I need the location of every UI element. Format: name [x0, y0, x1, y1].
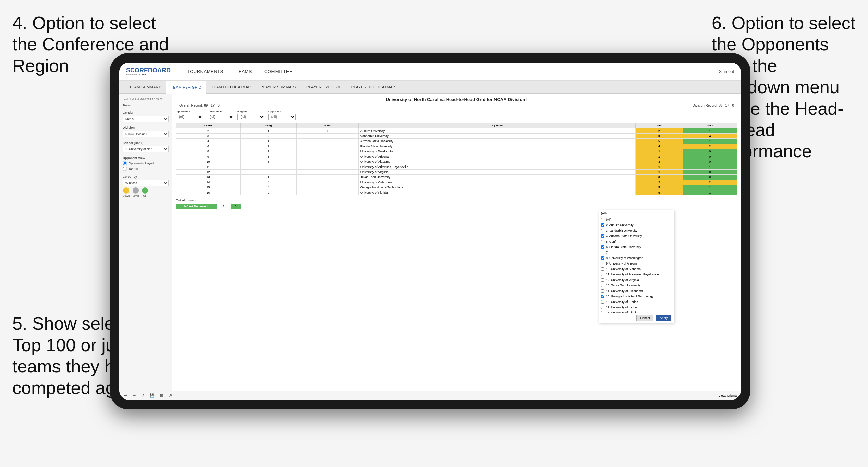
- gender-select[interactable]: Men's: [123, 116, 169, 122]
- dropdown-item[interactable]: 14. University of Oklahoma: [599, 288, 674, 294]
- cell-rank: 6: [176, 144, 241, 149]
- dropdown-item[interactable]: 5. Conf: [599, 239, 674, 244]
- cell-win: 3: [636, 159, 683, 164]
- dropdown-item[interactable]: 12. University of Virginia: [599, 277, 674, 283]
- toolbar-clock[interactable]: ⏱: [167, 393, 174, 398]
- dropdown-item[interactable]: 18. University of Illinois: [599, 310, 674, 313]
- subnav-team-summary[interactable]: TEAM SUMMARY: [124, 81, 166, 94]
- cell-reg: 1: [241, 128, 297, 134]
- cell-win: 1: [636, 164, 683, 170]
- cell-win: 5: [636, 190, 683, 195]
- filter-opponent: Opponent (All): [268, 110, 296, 120]
- dropdown-item[interactable]: 2. Auburn University: [599, 222, 674, 228]
- cell-reg: 4: [241, 180, 297, 185]
- dropdown-item[interactable]: 3. Vanderbilt University: [599, 228, 674, 233]
- overall-record: Overall Record: 89 - 17 - 0: [179, 103, 220, 107]
- subnav-player-h2h-grid[interactable]: PLAYER H2H GRID: [302, 81, 346, 94]
- cell-reg: 2: [241, 134, 297, 139]
- nav-tournaments[interactable]: TOURNAMENTS: [181, 63, 230, 81]
- cell-reg: 2: [241, 149, 297, 154]
- toolbar-save[interactable]: 💾: [148, 393, 156, 398]
- table-row: 9 3 University of Arizona 1 0: [176, 154, 737, 159]
- cell-opponent: University of Arizona: [358, 154, 635, 159]
- cell-conf: [297, 190, 359, 195]
- ncaa-label: NCAA Division II: [176, 204, 217, 209]
- toolbar: ↩ ↪ ↺ 💾 ⊞ ⏱ View: Original: [119, 391, 741, 400]
- subnav-player-h2h-heatmap[interactable]: PLAYER H2H HEATMAP: [346, 81, 400, 94]
- subnav-player-summary[interactable]: PLAYER SUMMARY: [256, 81, 302, 94]
- opponent-select[interactable]: (All): [268, 114, 296, 120]
- toolbar-redo[interactable]: ↪: [131, 393, 137, 398]
- dropdown-item[interactable]: 7.: [599, 250, 674, 255]
- cell-conf: 1: [297, 128, 359, 134]
- sidebar: Last Updated: 4/7/2024 16:55:38 Team Gen…: [119, 94, 172, 391]
- dropdown-item[interactable]: 16. University of Florida: [599, 299, 674, 305]
- school-select[interactable]: 1. University of Nort...: [123, 146, 169, 152]
- cell-rank: 13: [176, 175, 241, 180]
- dropdown-item[interactable]: 13. Texas Tech University: [599, 283, 674, 288]
- table-row: 14 4 University of Oklahoma 2 2: [176, 180, 737, 185]
- nav-sign-out[interactable]: Sign out: [719, 69, 734, 74]
- opponents-played-option[interactable]: Opponents Played: [123, 161, 169, 165]
- toolbar-copy[interactable]: ⊞: [159, 393, 164, 398]
- ncaa-row: NCAA Division II 1 0: [176, 204, 737, 209]
- filter-conference: Conference (All): [207, 110, 234, 120]
- cell-loss: 0: [683, 170, 737, 175]
- cell-conf: [297, 139, 359, 144]
- nav-teams[interactable]: TEAMS: [230, 63, 258, 81]
- region-select[interactable]: (All): [237, 114, 265, 120]
- opponents-select[interactable]: (All): [176, 114, 203, 120]
- main-content: Last Updated: 4/7/2024 16:55:38 Team Gen…: [119, 94, 741, 391]
- dropdown-footer: Cancel Apply: [599, 313, 674, 323]
- cell-reg: 2: [241, 144, 297, 149]
- sidebar-gender-section: Gender Men's: [123, 111, 169, 122]
- table-row: 12 3 University of Virginia 1 0: [176, 170, 737, 175]
- dropdown-item[interactable]: 17. University of Illinois: [599, 305, 674, 310]
- cell-opponent: University of Virginia: [358, 170, 635, 175]
- navbar: SCOREBOARD Powered by ●●● TOURNAMENTS TE…: [119, 63, 741, 81]
- toolbar-undo[interactable]: ↩: [123, 393, 129, 398]
- toolbar-refresh[interactable]: ↺: [140, 393, 146, 398]
- region-label: Region: [237, 110, 265, 113]
- cell-opponent: University of Oklahoma: [358, 180, 635, 185]
- dropdown-item[interactable]: 8. University of Washington: [599, 255, 674, 261]
- down-dot: [123, 187, 129, 194]
- cell-win: 2: [636, 180, 683, 185]
- apply-button[interactable]: Apply: [656, 315, 671, 321]
- top100-option[interactable]: Top 100: [123, 167, 169, 171]
- cell-rank: 3: [176, 134, 241, 139]
- cell-win: 5: [636, 139, 683, 144]
- subnav-team-h2h-grid[interactable]: TEAM H2H GRID: [166, 81, 206, 94]
- dropdown-search-input[interactable]: [599, 210, 674, 217]
- cancel-button[interactable]: Cancel: [636, 315, 653, 321]
- conference-select[interactable]: (All): [207, 114, 234, 120]
- cell-rank: 9: [176, 154, 241, 159]
- tablet: SCOREBOARD Powered by ●●● TOURNAMENTS TE…: [110, 53, 750, 409]
- cell-loss: 0: [683, 154, 737, 159]
- dropdown-item[interactable]: 6. Florida State University: [599, 244, 674, 250]
- dropdown-item[interactable]: 4. Arizona State University: [599, 233, 674, 239]
- logo: SCOREBOARD Powered by ●●●: [126, 67, 171, 76]
- cell-win: 3: [636, 175, 683, 180]
- dropdown-item[interactable]: 10. University of Alabama: [599, 266, 674, 272]
- colour-select[interactable]: Win/loss: [123, 180, 169, 186]
- cell-rank: 11: [176, 164, 241, 170]
- dropdown-item[interactable]: 9. University of Arizona: [599, 261, 674, 266]
- dropdown-item[interactable]: (All): [599, 217, 674, 222]
- level-label: Level: [132, 194, 139, 197]
- cell-win: 1: [636, 149, 683, 154]
- opponent-dropdown-popup: (All) 2. Auburn University 3. Vanderbilt…: [599, 210, 674, 323]
- subnav-team-h2h-heatmap[interactable]: TEAM H2H HEATMAP: [206, 81, 256, 94]
- colour-label: Colour by: [123, 175, 169, 179]
- team-label: Team: [123, 103, 169, 107]
- cell-rank: 12: [176, 170, 241, 175]
- dropdown-item[interactable]: 15. Georgia Institute of Technology: [599, 294, 674, 299]
- table-row: 8 2 University of Washington 1 0: [176, 149, 737, 154]
- sidebar-division-section: Division NCAA Division I: [123, 126, 169, 137]
- nav-committee[interactable]: COMMITTEE: [258, 63, 299, 81]
- dropdown-item[interactable]: 11. University of Arkansas, Fayetteville: [599, 272, 674, 277]
- h2h-table: #Rank #Reg #Conf Opponent Win Loss 2 1 1…: [176, 123, 737, 195]
- sidebar-school-section: School (Rank) 1. University of Nort...: [123, 141, 169, 152]
- col-win: Win: [636, 123, 683, 128]
- division-select[interactable]: NCAA Division I: [123, 131, 169, 137]
